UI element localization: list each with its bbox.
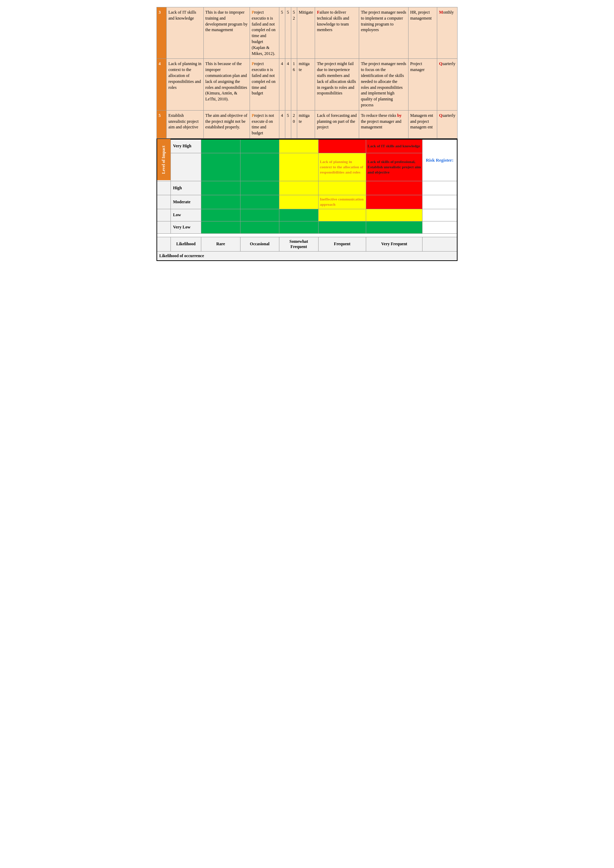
cause-col-5: The aim and objective of the project mig… bbox=[204, 110, 250, 138]
risk-register-spacer bbox=[423, 181, 457, 195]
matrix-cell bbox=[201, 195, 240, 209]
matrix-cell bbox=[318, 209, 366, 221]
matrix-cell bbox=[279, 195, 319, 209]
likelihood-occasional: Occasional bbox=[240, 237, 279, 251]
owner-col-4: Project manager bbox=[408, 59, 437, 110]
level-high-text: High bbox=[171, 181, 201, 195]
table-row: 4 Lack of planning in context to the all… bbox=[157, 59, 457, 110]
matrix-cell bbox=[240, 221, 279, 233]
matrix-footer-row: Likelihood of occurrence bbox=[157, 251, 457, 260]
matrix-row-low: Low bbox=[157, 209, 457, 221]
level-veryhigh-label: Very High bbox=[171, 139, 201, 153]
likelihood-rare: Rare bbox=[201, 237, 240, 251]
matrix-cell bbox=[318, 181, 366, 195]
consequence-col-5: Lack of forecasting and planning on part… bbox=[315, 110, 359, 138]
risk-register-label: Risk Register: bbox=[423, 139, 457, 181]
treatment-col-5: To reduce these risks by the project man… bbox=[359, 110, 408, 138]
matrix-likelihood-row: Likelihood Rare Occasional Somewhat Freq… bbox=[157, 237, 457, 251]
strategy-col-5: mitiga te bbox=[297, 110, 315, 138]
impact-col-4: 4 bbox=[285, 59, 291, 110]
matrix-cell-lack-it: Lack of IT skills and knowledge bbox=[366, 139, 423, 153]
level-low-text: Low bbox=[171, 209, 201, 221]
likelihood-frequent: Frequent bbox=[318, 237, 366, 251]
row-number-5: 5 bbox=[157, 110, 166, 138]
treatment-col-3: The project manager needs to implement a… bbox=[359, 7, 408, 59]
impact-col-5: 5 bbox=[285, 110, 291, 138]
matrix-cell bbox=[279, 209, 319, 221]
owner-col-5: Managem ent and project managem ent bbox=[408, 110, 437, 138]
consequence-col-4: The project might fail due to inexperien… bbox=[315, 59, 359, 110]
frequency-col-3: Monthly bbox=[437, 7, 457, 59]
matrix-cell bbox=[318, 139, 366, 153]
risk-register-spacer4 bbox=[423, 221, 457, 233]
matrix-cell bbox=[318, 221, 366, 233]
level-moderate-text: Moderate bbox=[171, 195, 201, 209]
frequency-col-5: Quarterly bbox=[437, 110, 457, 138]
matrix-row-veryhigh-2: Lack of planning in context to the alloc… bbox=[157, 153, 457, 181]
likelihood-col-4: 4 bbox=[279, 59, 285, 110]
effect-col-4: Project executio n is failed and not com… bbox=[250, 59, 279, 110]
matrix-label-lack-skills: Lack of skills of professional, Establis… bbox=[368, 160, 421, 174]
matrix-label-lack-planning: Lack of planning in context to the alloc… bbox=[320, 160, 363, 174]
matrix-cell bbox=[366, 221, 423, 233]
matrix-cell bbox=[366, 181, 423, 195]
main-risk-table: 3 Lack of IT skills and knowledge This i… bbox=[157, 7, 457, 138]
row-number-4: 4 bbox=[157, 59, 166, 110]
matrix-label-ineffective: Ineffective communication approach bbox=[320, 197, 364, 206]
effect-col-3: Project executio n is failed and not com… bbox=[250, 7, 279, 59]
table-row: 3 Lack of IT skills and knowledge This i… bbox=[157, 7, 457, 59]
level-moderate-spacer bbox=[157, 195, 171, 209]
risk-col-4: Lack of planning in context to the alloc… bbox=[166, 59, 204, 110]
rating-col-3: 52 bbox=[291, 7, 297, 59]
likelihood-spacer bbox=[157, 237, 171, 251]
matrix-cell bbox=[366, 209, 423, 221]
strategy-col-4: mitiga te bbox=[297, 59, 315, 110]
row-number-3: 3 bbox=[157, 7, 166, 59]
likelihood-somewhat-frequent: Somewhat Frequent bbox=[279, 237, 319, 251]
level-low-spacer bbox=[157, 209, 171, 221]
matrix-cell bbox=[240, 181, 279, 195]
likelihood-very-frequent: Very Frequent bbox=[366, 237, 423, 251]
matrix-cell bbox=[201, 139, 240, 153]
risk-register-spacer2 bbox=[423, 195, 457, 209]
matrix-cell-lack-skills: Lack of skills of professional, Establis… bbox=[366, 153, 423, 181]
matrix-cell bbox=[366, 195, 423, 209]
likelihood-col-5: 4 bbox=[279, 110, 285, 138]
matrix-row-moderate: Moderate Ineffective communication appro… bbox=[157, 195, 457, 209]
consequence-col-3: Failure to deliver technical skills and … bbox=[315, 7, 359, 59]
likelihood-label: Likelihood bbox=[171, 237, 201, 251]
matrix-row-high: High bbox=[157, 181, 457, 195]
level-of-impact-label: Level of Impact bbox=[157, 139, 171, 181]
level-verylow-text: Very Low bbox=[171, 221, 201, 233]
matrix-cell bbox=[279, 181, 319, 195]
matrix-cell-ineffective: Ineffective communication approach bbox=[318, 195, 366, 209]
owner-col-3: HR, project management bbox=[408, 7, 437, 59]
matrix-cell bbox=[279, 139, 319, 153]
matrix-cell bbox=[201, 181, 240, 195]
risk-register-spacer3 bbox=[423, 209, 457, 221]
rating-col-5: 20 bbox=[291, 110, 297, 138]
matrix-cell-lack-planning: Lack of planning in context to the alloc… bbox=[318, 153, 366, 181]
rating-col-4: 16 bbox=[291, 59, 297, 110]
cause-col-4: This is because of the improper communic… bbox=[204, 59, 250, 110]
matrix-label-lack-it: Lack of IT skills and knowledge bbox=[368, 144, 420, 148]
matrix-cell bbox=[201, 209, 240, 221]
matrix-row-veryhigh: Level of Impact Very High Lack of IT ski… bbox=[157, 139, 457, 153]
matrix-cell bbox=[240, 139, 279, 153]
likelihood-footer: Likelihood of occurrence bbox=[157, 251, 457, 260]
impact-col-3: 5 bbox=[285, 7, 291, 59]
risk-col-5: Establish unrealistic project aim and ob… bbox=[166, 110, 204, 138]
risk-col-3: Lack of IT skills and knowledge bbox=[166, 7, 204, 59]
matrix-cell bbox=[240, 209, 279, 221]
level-veryhigh2-label bbox=[171, 153, 201, 181]
strategy-col-3: Mitigate bbox=[297, 7, 315, 59]
matrix-separator bbox=[157, 233, 457, 237]
matrix-cell bbox=[201, 221, 240, 233]
matrix-cell bbox=[201, 153, 240, 181]
matrix-cell bbox=[240, 195, 279, 209]
matrix-cell bbox=[279, 221, 319, 233]
cause-col-3: This is due to improper training and dev… bbox=[204, 7, 250, 59]
likelihood-col-3: 5 bbox=[279, 7, 285, 59]
level-verylow-spacer bbox=[157, 221, 171, 233]
table-row: 5 Establish unrealistic project aim and … bbox=[157, 110, 457, 138]
